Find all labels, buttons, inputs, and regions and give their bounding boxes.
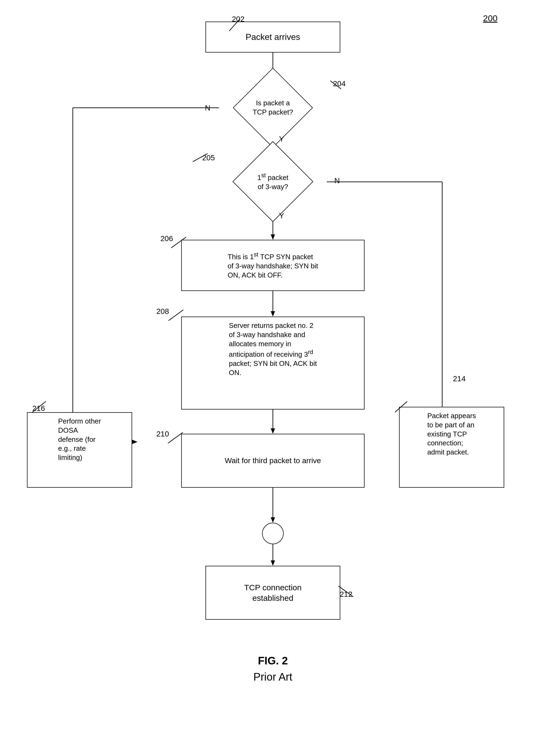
- label-y-tcp: Y: [279, 135, 284, 143]
- svg-line-27: [32, 401, 46, 412]
- diamond-tcp-text: Is packet aTCP packet?: [252, 99, 293, 116]
- svg-marker-16: [271, 428, 275, 434]
- diamond-first-text: 1st packetof 3-way?: [257, 174, 288, 191]
- tick-208: [164, 307, 186, 323]
- svg-line-21: [229, 19, 240, 31]
- label-n-tcp: N: [205, 104, 210, 112]
- box-packet-arrives: Packet arrives: [205, 22, 340, 53]
- label-n-first: N: [334, 176, 340, 185]
- ref-200: 200: [483, 13, 497, 23]
- svg-line-22: [171, 237, 186, 248]
- diamond-first: 1st packetof 3-way?: [216, 153, 330, 210]
- tick-212: [336, 583, 357, 599]
- tick-210: [164, 430, 185, 446]
- svg-marker-14: [271, 311, 275, 317]
- svg-line-23: [168, 310, 183, 321]
- diamond-tcp: Is packet aTCP packet?: [216, 79, 330, 136]
- diagram-container: 200 202 Packet arrives Is packet aTCP pa…: [0, 0, 546, 756]
- svg-line-28: [330, 81, 341, 89]
- box-tcp-text: TCP connectionestablished: [244, 582, 302, 603]
- box-syn: This is 1st TCP SYN packetof 3-way hands…: [181, 240, 365, 291]
- tick-205: [189, 151, 210, 164]
- tick-204: [328, 78, 344, 92]
- box-admit: Packet appearsto be part of anexisting T…: [399, 407, 504, 488]
- box-syn-text: This is 1st TCP SYN packetof 3-way hands…: [227, 251, 318, 280]
- circle-connector: [262, 523, 284, 544]
- svg-line-24: [168, 432, 183, 443]
- ref-214: 214: [453, 374, 466, 383]
- box-dosa: Perform otherDOSAdefense (fore.g., ratel…: [27, 412, 132, 488]
- box-admit-text: Packet appearsto be part of anexisting T…: [427, 411, 476, 457]
- box-server-text: Server returns packet no. 2of 3-way hand…: [229, 321, 317, 377]
- box-tcp-established: TCP connectionestablished: [205, 566, 340, 620]
- svg-marker-18: [271, 517, 275, 523]
- box-server: Server returns packet no. 2of 3-way hand…: [181, 317, 365, 410]
- svg-marker-7: [132, 440, 137, 444]
- box-wait-text: Wait for third packet to arrive: [225, 456, 321, 466]
- svg-line-25: [339, 586, 353, 597]
- svg-line-29: [193, 154, 207, 162]
- fig-subtitle: Prior Art: [219, 671, 327, 683]
- fig-title: FIG. 2: [219, 655, 327, 667]
- svg-marker-9: [271, 234, 275, 240]
- box-wait: Wait for third packet to arrive: [181, 434, 365, 488]
- svg-line-26: [395, 401, 407, 412]
- box-dosa-text: Perform otherDOSAdefense (fore.g., ratel…: [58, 417, 101, 462]
- tick-202: [226, 16, 243, 32]
- tick-206: [167, 234, 189, 251]
- tick-214: [392, 399, 409, 415]
- tick-216: [27, 399, 49, 415]
- label-y-first: Y: [279, 211, 284, 220]
- svg-marker-20: [271, 560, 275, 566]
